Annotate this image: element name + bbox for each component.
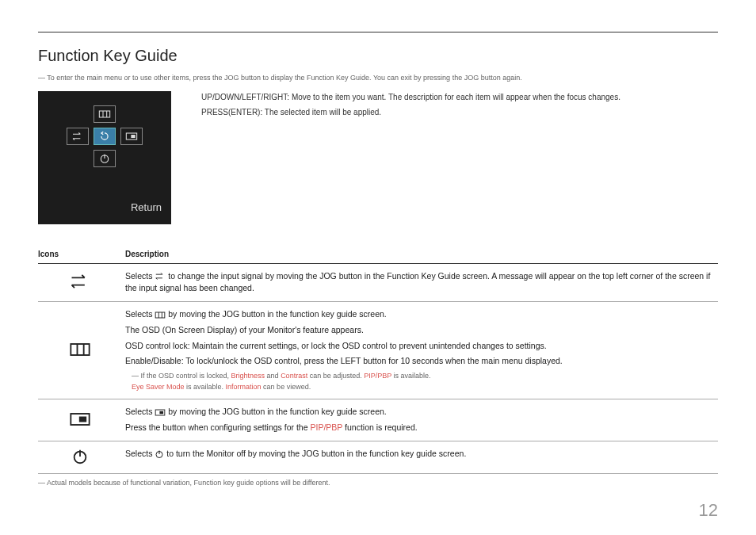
power-icon [69,458,91,467]
table-row: Selects to change the input signal by mo… [38,263,718,302]
guide-row: Return UP/DOWN/LEFT/RIGHT: Move to the i… [38,91,718,224]
side-description: UP/DOWN/LEFT/RIGHT: Move to the item you… [201,91,620,224]
menu-icon-inline [155,311,166,319]
jog-panel: Return [38,91,171,224]
row2-desc: Selects by moving the JOG button in the … [125,302,718,399]
intro-note: To enter the main menu or to use other i… [38,73,718,83]
jog-down-power[interactable] [94,150,116,167]
row1-icon-cell [38,263,125,302]
side-desc-line2: PRESS(ENTER): The selected item will be … [201,106,620,119]
row3-desc: Selects by moving the JOG button in the … [125,399,718,441]
source-icon [69,283,91,292]
row1-desc: Selects to change the input signal by mo… [125,263,718,302]
page-number: 12 [699,500,718,521]
side-desc-line1: UP/DOWN/LEFT/RIGHT: Move to the item you… [201,91,620,104]
return-label: Return [131,201,162,213]
pip-icon-inline [155,408,166,417]
col-description: Description [125,245,718,264]
footnote: Actual models because of functional vari… [38,479,718,487]
jog-right-pip[interactable] [120,128,143,145]
row4-desc: Selects to turn the Monitor off by movin… [125,441,718,473]
icon-table: Icons Description Selects to change the … [38,245,718,474]
jog-left-source[interactable] [67,128,89,145]
rule-top [38,32,718,32]
page-title: Function Key Guide [38,47,718,65]
table-row: Selects by moving the JOG button in the … [38,302,718,399]
power-icon-inline [155,449,164,459]
row2-subnote1: If the OSD control is locked, Brightness… [125,371,715,392]
source-icon-inline [155,272,166,281]
jog-center-return[interactable] [94,128,116,145]
table-row: Selects to turn the Monitor off by movin… [38,441,718,473]
row4-icon-cell [38,441,125,473]
row3-icon-cell [38,399,125,441]
col-icons: Icons [38,245,125,264]
pip-icon [69,421,91,430]
jog-up-menu[interactable] [94,105,116,123]
row2-icon-cell [38,302,125,399]
menu-icon [69,350,91,359]
table-row: Selects by moving the JOG button in the … [38,399,718,441]
